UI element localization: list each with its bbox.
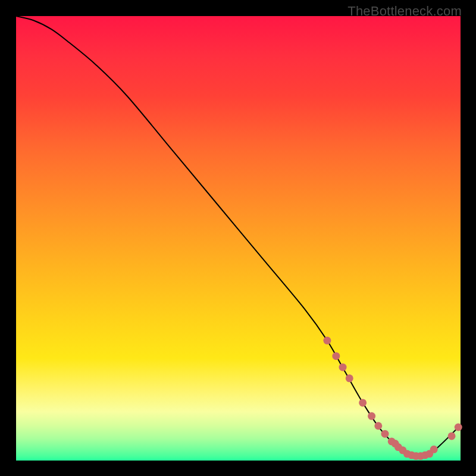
curve-marker — [323, 337, 331, 345]
curve-marker — [374, 422, 382, 430]
chart-frame: TheBottleneck.com — [0, 0, 476, 476]
curve-layer — [16, 16, 461, 461]
curve-marker — [381, 430, 389, 438]
bottleneck-curve — [16, 16, 461, 456]
curve-marker — [339, 364, 347, 371]
curve-marker — [430, 446, 438, 453]
curve-marker — [455, 423, 462, 431]
curve-marker — [332, 352, 340, 360]
curve-marker — [359, 399, 367, 406]
curve-marker — [346, 374, 353, 382]
curve-marker — [368, 412, 375, 420]
watermark-text: TheBottleneck.com — [347, 4, 462, 19]
curve-marker — [448, 432, 456, 440]
curve-markers — [323, 337, 462, 460]
